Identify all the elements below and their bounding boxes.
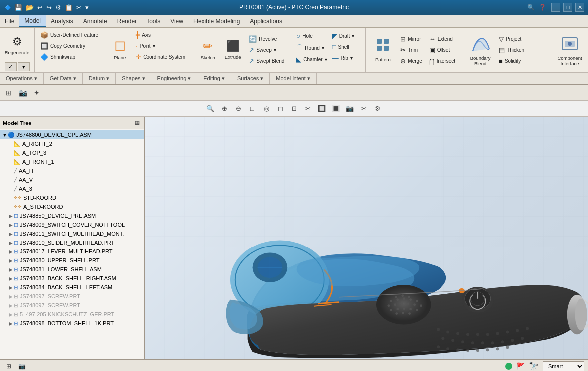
tree-settings-btn[interactable]: ≡ [119, 119, 125, 127]
sketch-button[interactable]: ✏ Sketch [196, 31, 219, 69]
expand-lower-shell[interactable]: ▶ [8, 267, 14, 272]
solidify-button[interactable]: ■ Solidify [496, 56, 554, 66]
standard-orient-btn[interactable]: □ [246, 103, 259, 115]
tree-item-bottom[interactable]: ▶ ⊟ JS748098_BOTTOM_SHELL_1K.PRT [0, 319, 144, 328]
tree-item-aa-3[interactable]: ╱ AA_3 [0, 184, 144, 193]
rib-button[interactable]: — Rib ▾ [330, 53, 363, 63]
revolve-button[interactable]: 🔄 Revolve [246, 34, 287, 44]
tab-datum[interactable]: Datum ▾ [83, 73, 116, 84]
zoom-to-fit-btn[interactable]: 🔍 [204, 103, 217, 115]
tree-item-aa-h[interactable]: ╱ AA_H [0, 166, 144, 175]
undo-icon[interactable]: ↩ [36, 3, 44, 12]
binoculars-icon[interactable]: 🔭 [529, 361, 539, 371]
tree-item-a-std-koord[interactable]: ✛✛ A_STD-KOORD [0, 202, 144, 211]
tree-item-slider[interactable]: ▶ ⊟ JS748010_SLIDER_MULTIHEAD.PRT [0, 238, 144, 247]
expand-bottom[interactable]: ▶ [8, 321, 14, 326]
tab-surfaces[interactable]: Surfaces ▾ [231, 73, 270, 84]
status-camera-btn[interactable]: 📷 [17, 361, 27, 371]
maximize-button[interactable]: □ [563, 3, 572, 12]
sweep-button[interactable]: ↗ Sweep ▾ [246, 45, 287, 55]
menu-tools[interactable]: Tools [142, 15, 165, 27]
expand-upper-shell[interactable]: ▶ [8, 258, 14, 263]
tree-columns-btn[interactable]: ⊞ [133, 119, 141, 127]
zoom-in-btn[interactable]: ⊕ [218, 103, 231, 115]
menu-file[interactable]: File [0, 15, 19, 27]
search-icon[interactable]: 🔍 [527, 4, 535, 11]
offset-button[interactable]: ▣ Offset [427, 45, 458, 55]
regen-options-btn[interactable]: ✓ [5, 62, 17, 71]
expand-screw1[interactable]: ▶ [8, 294, 14, 299]
close-button[interactable]: ✕ [575, 3, 584, 12]
tree-item-lower-shell[interactable]: ▶ ⊟ JS748081_LOWER_SHELL.ASM [0, 265, 144, 274]
tree-item-a-top[interactable]: 📐 A_TOP_3 [0, 148, 144, 157]
settings-btn[interactable]: ⚙ [371, 103, 384, 115]
display-btn[interactable]: ✦ [31, 87, 43, 99]
tab-operations[interactable]: Operations ▾ [0, 73, 44, 84]
expand-slider[interactable]: ▶ [8, 240, 14, 246]
coordinate-system-button[interactable]: ✛ Coordinate System [133, 52, 188, 62]
shell-button[interactable]: □ Shell [330, 42, 363, 52]
view-manager-btn[interactable]: 📷 [343, 103, 356, 115]
section-btn[interactable]: ✂ [301, 103, 314, 115]
status-view-btn[interactable]: ⊞ [4, 361, 14, 371]
tree-item-knick[interactable]: ▶ ⊟ 5_497-205-KNICKSCHUTZ_GER.PRT [0, 310, 144, 319]
tree-item-back-left[interactable]: ▶ ⊟ JS748084_BACK_SHELL_LEFT.ASM [0, 283, 144, 292]
expand-back-right[interactable]: ▶ [8, 276, 14, 281]
component-interface-button[interactable]: ComponentInterface [556, 31, 584, 69]
boundary-blend-button[interactable]: BoundaryBlend [466, 31, 494, 69]
regen-icon[interactable]: ⚙ [54, 3, 62, 12]
menu-view[interactable]: View [165, 15, 188, 27]
selection-mode-select[interactable]: Smart Geometry Feature Body Datum [543, 361, 584, 371]
redo-icon[interactable]: ↪ [45, 3, 53, 12]
help-icon[interactable]: ❓ [539, 4, 546, 11]
menu-flexible-modeling[interactable]: Flexible Modeling [188, 15, 245, 27]
display-shaded-btn[interactable]: 🔲 [315, 103, 328, 115]
expand-lever[interactable]: ▶ [8, 249, 14, 254]
copy-geometry-button[interactable]: 🔲 Copy Geometry [38, 41, 101, 51]
thicken-button[interactable]: ▤ Thicken [496, 45, 554, 55]
tree-item-std-koord[interactable]: ✛✛ STD-KOORD [0, 193, 144, 202]
menu-model[interactable]: Model [19, 15, 46, 27]
minimize-button[interactable]: — [551, 3, 560, 12]
tree-item-lever[interactable]: ▶ ⊟ JS748017_LEVER_MULTIHEAD.PRT [0, 247, 144, 256]
draft-button[interactable]: ◤ Draft ▾ [330, 31, 363, 41]
zoom-out-btn[interactable]: ⊖ [232, 103, 245, 115]
menu-annotate[interactable]: Annotate [78, 15, 112, 27]
expand-screw2[interactable]: ▶ [8, 303, 14, 308]
open-icon[interactable]: 📂 [25, 3, 35, 12]
view-toggle-btn[interactable]: ⊞ [3, 87, 15, 99]
intersect-button[interactable]: ⋂ Intersect [427, 56, 458, 66]
tree-item-switch-cover[interactable]: ▶ ⊟ JS748009_SWITCH_COVER_NOTFTOOL [0, 220, 144, 229]
tree-item-screw2[interactable]: ▶ ⊟ JS748097_SCREW.PRT [0, 301, 144, 310]
shrinkwrap-button[interactable]: 🔷 Shrinkwrap [38, 52, 101, 62]
mirror-button[interactable]: ⊞ Mirror [398, 34, 424, 44]
axis-button[interactable]: ╋ Axis [133, 30, 188, 40]
pan-btn[interactable]: ◻ [274, 103, 287, 115]
tab-editing[interactable]: Editing ▾ [197, 73, 231, 84]
regenerate-button[interactable]: ⚙ Regenerate [4, 30, 30, 61]
point-button[interactable]: · Point ▾ [133, 41, 188, 51]
tree-item-root[interactable]: ▼ 🔵 JS748800_DEVICE_CPL.ASM [0, 130, 144, 139]
refit-btn[interactable]: ◎ [260, 103, 273, 115]
plane-button[interactable]: ◻ Plane [108, 30, 131, 68]
tab-model-intent[interactable]: Model Intent ▾ [270, 73, 317, 84]
tree-item-switch-multi[interactable]: ▶ ⊟ JS748011_SWITCH_MULTIHEAD_MONT. [0, 229, 144, 238]
viewport[interactable] [145, 117, 588, 359]
customize-icon[interactable]: ▾ [84, 3, 90, 12]
camera-btn[interactable]: 📷 [17, 87, 29, 99]
project-button[interactable]: ▽ Project [496, 34, 554, 44]
merge-button[interactable]: ⊕ Merge [398, 56, 424, 66]
round-button[interactable]: ⌒ Round ▾ [294, 42, 329, 54]
expand-root[interactable]: ▼ [2, 132, 8, 138]
tree-item-aa-v[interactable]: ╱ AA_V [0, 175, 144, 184]
save-icon[interactable]: 💾 [13, 3, 23, 12]
tab-get-data[interactable]: Get Data ▾ [44, 73, 83, 84]
copy-icon[interactable]: 📋 [64, 3, 74, 12]
expand-pre-asm[interactable]: ▶ [8, 213, 14, 219]
display-wireframe-btn[interactable]: 🔳 [329, 103, 342, 115]
tree-item-back-right[interactable]: ▶ ⊟ JS748083_BACK_SHELL_RIGHT.ASM [0, 274, 144, 283]
expand-back-left[interactable]: ▶ [8, 285, 14, 290]
pattern-button[interactable]: Pattern [370, 31, 396, 69]
tree-item-upper-shell[interactable]: ▶ ⊟ JS748080_UPPER_SHELL.PRT [0, 256, 144, 265]
hole-button[interactable]: ○ Hole [294, 31, 329, 41]
